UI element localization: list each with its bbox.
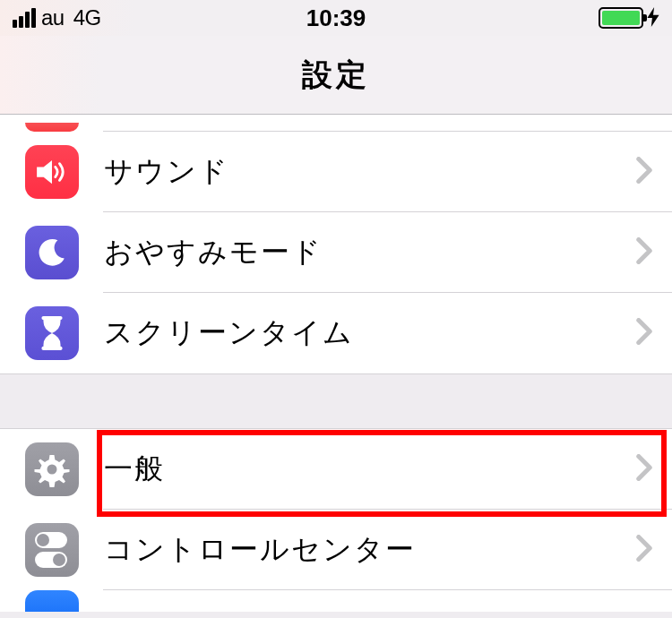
row-label: スクリーンタイム (104, 313, 636, 353)
status-left: au 4G (13, 5, 101, 30)
row-label: おやすみモード (104, 233, 636, 272)
list-item-dnd[interactable]: おやすみモード (0, 212, 672, 293)
list-item-sound[interactable]: サウンド (0, 132, 672, 212)
signal-strength-icon (13, 8, 36, 28)
list-item-general[interactable]: 一般 (0, 429, 672, 510)
sound-icon (25, 145, 79, 199)
svg-point-4 (47, 465, 57, 475)
charging-icon (647, 7, 659, 30)
list-item-partial-bottom[interactable] (0, 590, 672, 612)
chevron-right-icon (636, 535, 652, 565)
row-label: 一般 (104, 450, 636, 489)
chevron-right-icon (636, 237, 652, 268)
chevron-right-icon (636, 318, 652, 348)
notifications-icon (25, 123, 79, 132)
battery-icon (599, 7, 643, 29)
gear-icon (25, 442, 79, 496)
svg-rect-0 (41, 316, 62, 320)
navigation-bar: 設定 (0, 36, 672, 115)
settings-list: サウンド おやすみモード スクリーンタイム (0, 115, 672, 612)
list-item-partial-top[interactable] (0, 115, 672, 132)
list-item-control-center[interactable]: コントロールセンター (0, 510, 672, 590)
svg-rect-1 (41, 347, 62, 350)
section-separator (0, 373, 672, 429)
status-right (599, 7, 659, 30)
carrier-label: au (41, 5, 65, 30)
network-type-label: 4G (73, 5, 101, 30)
status-bar: au 4G 10:39 (0, 0, 672, 36)
list-item-screentime[interactable]: スクリーンタイム (0, 293, 672, 373)
display-icon (25, 590, 79, 612)
row-label: コントロールセンター (104, 530, 636, 570)
page-title: 設定 (302, 55, 370, 96)
toggles-icon (25, 523, 79, 577)
row-label: サウンド (104, 152, 636, 192)
clock: 10:39 (306, 4, 366, 32)
chevron-right-icon (636, 157, 652, 187)
hourglass-icon (25, 306, 79, 360)
chevron-right-icon (636, 454, 652, 485)
moon-icon (25, 226, 79, 279)
